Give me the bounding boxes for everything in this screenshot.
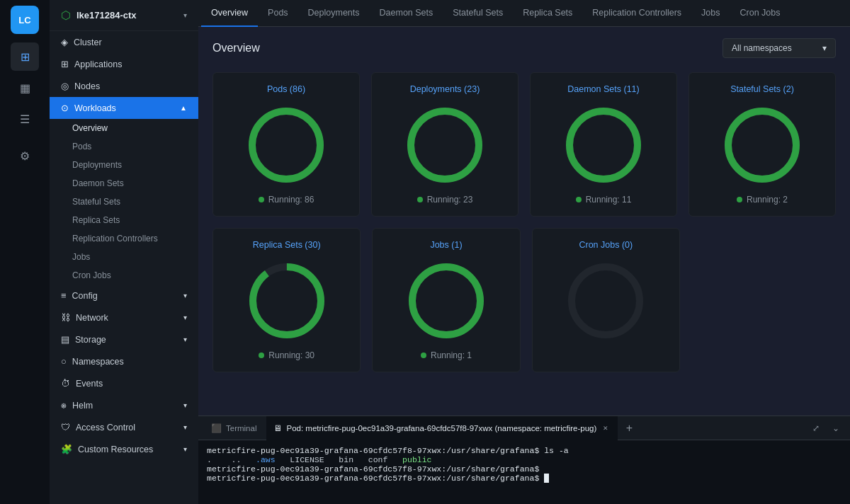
helm-chevron-icon: ▾ <box>183 401 187 409</box>
home-icon[interactable]: ⊞ <box>11 42 39 71</box>
card-cron-jobs: Cron Jobs (0) <box>532 228 680 372</box>
tab-overview[interactable]: Overview <box>201 0 258 27</box>
tab-replica-sets[interactable]: Replica Sets <box>513 0 582 27</box>
pod-tab-icon: 🖥 <box>273 423 282 433</box>
donut-deployments <box>402 103 487 188</box>
sidebar-item-custom-resources[interactable]: 🧩 Custom Resources ▾ <box>50 438 198 460</box>
card-replica-sets-title[interactable]: Replica Sets (30) <box>253 240 321 250</box>
terminal-collapse-btn[interactable]: ⌄ <box>827 420 844 437</box>
card-deployments-title[interactable]: Deployments (23) <box>410 84 480 94</box>
events-icon: ⏱ <box>61 378 70 389</box>
sidebar-item-cluster[interactable]: ◈ Cluster <box>50 31 198 53</box>
helm-icon: ⎈ <box>61 400 67 411</box>
workloads-icon: ⊙ <box>61 103 69 113</box>
sidebar-item-namespaces[interactable]: ○ Namespaces <box>50 350 198 372</box>
namespace-chevron-icon: ▾ <box>822 43 827 53</box>
terminal-line-4: metricfire-pug-0ec91a39-grafana-69cfdc57… <box>207 474 842 483</box>
network-chevron-icon: ▾ <box>183 314 187 321</box>
namespace-dropdown[interactable]: All namespaces ▾ <box>722 38 836 58</box>
storage-chevron-icon: ▾ <box>183 336 187 343</box>
sidebar-item-config[interactable]: ≡ Config ▾ <box>50 285 198 307</box>
card-jobs: Jobs (1) Running: 1 <box>372 228 520 372</box>
settings-sub-icon[interactable]: ⚙ <box>11 142 39 170</box>
access-control-icon: 🛡 <box>61 422 70 433</box>
sidebar-context-header[interactable]: ⬡ lke171284-ctx ▾ <box>50 0 198 31</box>
terminal-tab-add[interactable]: + <box>620 420 638 437</box>
tab-replication-controllers[interactable]: Replication Controllers <box>582 0 691 27</box>
sidebar-item-helm[interactable]: ⎈ Helm ▾ <box>50 394 198 416</box>
donut-cron-jobs <box>563 258 648 343</box>
namespaces-icon: ○ <box>61 356 67 367</box>
sidebar-item-network[interactable]: ⛓ Network ▾ <box>50 307 198 328</box>
sidebar-item-events[interactable]: ⏱ Events <box>50 372 198 394</box>
donut-stateful-sets <box>720 103 805 188</box>
list-icon[interactable]: ☰ <box>11 105 39 133</box>
card-stateful-sets-title[interactable]: Stateful Sets (2) <box>730 84 794 94</box>
sidebar-sub-pods[interactable]: Pods <box>50 137 198 156</box>
applications-icon: ⊞ <box>61 59 69 69</box>
nodes-icon: ◎ <box>61 81 69 91</box>
terminal-line-3: metricfire-pug-0ec91a39-grafana-69cfdc57… <box>207 464 842 474</box>
tab-deployments[interactable]: Deployments <box>298 0 370 27</box>
sidebar-item-applications[interactable]: ⊞ Applications <box>50 53 198 75</box>
grid-icon[interactable]: ▦ <box>11 74 39 102</box>
terminal-area: ⬛ Terminal 🖥 Pod: metricfire-pug-0ec91a3… <box>198 416 850 504</box>
svg-point-1 <box>252 111 320 179</box>
main-area: Overview Pods Deployments Daemon Sets St… <box>198 0 850 504</box>
card-stateful-sets-status: Running: 2 <box>737 195 788 205</box>
tab-cron-jobs[interactable]: Cron Jobs <box>730 0 790 27</box>
sidebar-sub-replica-sets[interactable]: Replica Sets <box>50 211 198 229</box>
tab-daemon-sets[interactable]: Daemon Sets <box>370 0 443 27</box>
terminal-tabs: ⬛ Terminal 🖥 Pod: metricfire-pug-0ec91a3… <box>198 416 850 440</box>
card-replica-sets-status: Running: 30 <box>259 350 314 360</box>
replica-sets-status-dot <box>259 353 264 358</box>
tab-jobs[interactable]: Jobs <box>691 0 730 27</box>
tab-pods[interactable]: Pods <box>258 0 298 27</box>
custom-resources-icon: 🧩 <box>61 444 72 454</box>
sidebar-sub-replication-controllers[interactable]: Replication Controllers <box>50 229 198 248</box>
card-pods: Pods (86) Running: 86 <box>212 72 360 217</box>
sidebar-sub-overview[interactable]: Overview <box>50 119 198 137</box>
terminal-expand-btn[interactable]: ⤢ <box>808 420 824 437</box>
config-icon: ≡ <box>61 290 67 301</box>
terminal-tab-icon: ⬛ <box>211 423 222 433</box>
sidebar-sub-deployments[interactable]: Deployments <box>50 156 198 174</box>
card-jobs-status: Running: 1 <box>421 350 472 360</box>
tab-close-icon[interactable]: ✕ <box>601 423 611 433</box>
sidebar-sub-daemon-sets[interactable]: Daemon Sets <box>50 174 198 193</box>
svg-point-3 <box>411 111 479 179</box>
card-daemon-sets-status: Running: 11 <box>576 195 632 205</box>
card-pods-title[interactable]: Pods (86) <box>267 84 305 94</box>
sidebar-item-access-control[interactable]: 🛡 Access Control ▾ <box>50 416 198 438</box>
sidebar-item-nodes[interactable]: ◎ Nodes <box>50 75 198 97</box>
network-icon: ⛓ <box>61 312 70 323</box>
card-cron-jobs-title[interactable]: Cron Jobs (0) <box>579 240 633 250</box>
context-logo[interactable]: LC <box>11 6 39 34</box>
terminal-tab-terminal[interactable]: ⬛ Terminal <box>204 416 264 440</box>
card-pods-status: Running: 86 <box>259 195 314 205</box>
terminal-expand-controls: ⤢ ⌄ <box>808 420 844 437</box>
deployments-status-dot <box>417 197 423 202</box>
top-nav: Overview Pods Deployments Daemon Sets St… <box>198 0 850 27</box>
card-stateful-sets: Stateful Sets (2) Running: 2 <box>688 72 836 217</box>
sidebar-sub-cron-jobs[interactable]: Cron Jobs <box>50 266 198 285</box>
sidebar-item-storage[interactable]: ▤ Storage ▾ <box>50 328 198 350</box>
pods-status-dot <box>259 197 264 202</box>
sidebar-sub-jobs[interactable]: Jobs <box>50 248 198 266</box>
sidebar-sub-stateful-sets[interactable]: Stateful Sets <box>50 193 198 211</box>
donut-daemon-sets <box>561 103 646 188</box>
sidebar-item-workloads[interactable]: ⊙ Workloads ▲ <box>50 97 198 119</box>
page-title: Overview <box>212 42 260 55</box>
terminal-tab-pod[interactable]: 🖥 Pod: metricfire-pug-0ec91a39-grafana-6… <box>266 416 618 440</box>
tab-stateful-sets[interactable]: Stateful Sets <box>443 0 513 27</box>
card-daemon-sets-title[interactable]: Daemon Sets (11) <box>567 84 639 94</box>
add-tab-icon: + <box>626 422 633 435</box>
daemon-sets-status-dot <box>576 197 582 202</box>
donut-replica-sets <box>244 258 329 343</box>
terminal-line-1: metricfire-pug-0ec91a39-grafana-69cfdc57… <box>207 446 842 455</box>
card-jobs-title[interactable]: Jobs (1) <box>430 240 462 250</box>
terminal-content[interactable]: metricfire-pug-0ec91a39-grafana-69cfdc57… <box>198 440 850 504</box>
content-header: Overview All namespaces ▾ <box>212 38 836 58</box>
svg-point-12 <box>572 267 640 335</box>
icon-rail: LC ⊞ ▦ ☰ ⚙ <box>0 0 50 504</box>
